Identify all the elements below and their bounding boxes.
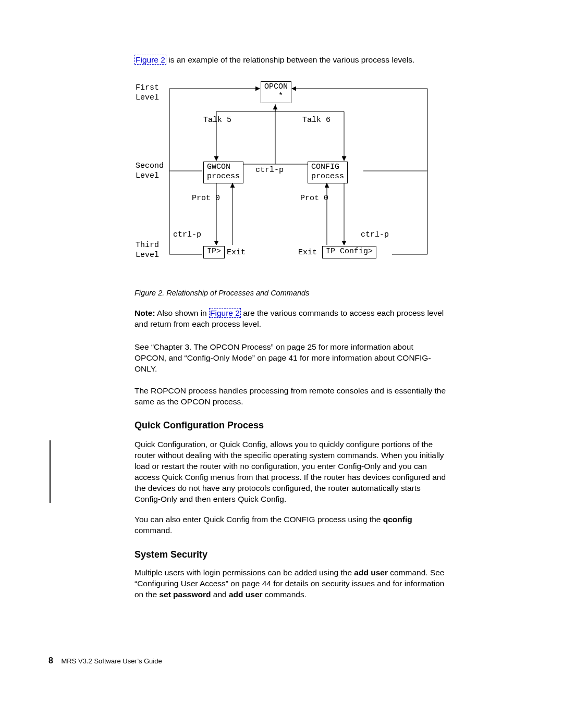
sec-text-c: and: [211, 590, 228, 599]
intro-paragraph: Figure 2 is an example of the relationsh…: [134, 55, 447, 66]
quick-config-paragraph-2: You can also enter Quick Config from the…: [134, 514, 447, 536]
qc2-text-b: command.: [134, 526, 172, 535]
heading-quick-config: Quick Configuration Process: [134, 420, 264, 431]
label-exit-right: Exit: [298, 248, 317, 257]
qc2-text-a: You can also enter Quick Config from the…: [134, 515, 383, 524]
box-opcon: OPCON *: [261, 81, 291, 103]
label-talk5: Talk 5: [203, 116, 231, 125]
box-ipconfig: IP Config>: [322, 246, 376, 258]
process-diagram: FirstLevel SecondLevel ThirdLevel OPCON …: [136, 78, 448, 266]
label-prot0-right: Prot 0: [300, 194, 328, 203]
figure-link[interactable]: Figure 2: [134, 55, 166, 65]
add-user-command-2: add user: [229, 590, 263, 599]
page-number: 8: [48, 656, 53, 665]
set-password-command: set password: [159, 590, 211, 599]
note-text-a: Also shown in: [155, 309, 209, 317]
figure-caption: Figure 2. Relationship of Processes and …: [134, 289, 309, 297]
label-first-level: FirstLevel: [136, 83, 159, 103]
page: Figure 2 is an example of the relationsh…: [0, 0, 563, 728]
label-second-level: SecondLevel: [136, 162, 164, 181]
page-footer: 8 MRS V3.2 Software User’s Guide: [48, 656, 162, 665]
label-third-level: ThirdLevel: [136, 241, 159, 261]
label-prot0-left: Prot 0: [192, 194, 220, 203]
quick-config-paragraph-1: Quick Configuration, or Quick Config, al…: [134, 439, 447, 505]
box-gwcon: GWCONprocess: [203, 162, 243, 183]
label-ctrlp-mid: ctrl-p: [255, 166, 284, 175]
qconfig-command: qconfig: [383, 515, 412, 524]
system-security-paragraph: Multiple users with login permissions ca…: [134, 567, 447, 600]
label-exit-left: Exit: [227, 248, 246, 257]
sec-text-d: commands.: [263, 590, 307, 599]
intro-text: is an example of the relationship betwee…: [166, 55, 414, 64]
label-ctrlp-left: ctrl-p: [173, 230, 201, 239]
see-chapter-paragraph: See “Chapter 3. The OPCON Process” on pa…: [134, 342, 447, 375]
ropcon-paragraph: The ROPCON process handles processing fr…: [134, 386, 447, 408]
sec-text-a: Multiple users with login permissions ca…: [134, 568, 354, 577]
figure-link-note[interactable]: Figure 2: [209, 308, 241, 318]
note-label: Note:: [134, 309, 155, 317]
footer-title: MRS V3.2 Software User’s Guide: [62, 657, 162, 665]
revision-bar: [50, 440, 51, 503]
heading-system-security: System Security: [134, 549, 207, 560]
note-block: Note: Also shown in Figure 2 are the var…: [134, 308, 447, 330]
box-ip: IP>: [203, 246, 225, 258]
add-user-command-1: add user: [354, 568, 388, 577]
label-talk6: Talk 6: [302, 116, 331, 125]
label-ctrlp-right: ctrl-p: [361, 230, 389, 239]
box-config: CONFIGprocess: [308, 162, 348, 183]
